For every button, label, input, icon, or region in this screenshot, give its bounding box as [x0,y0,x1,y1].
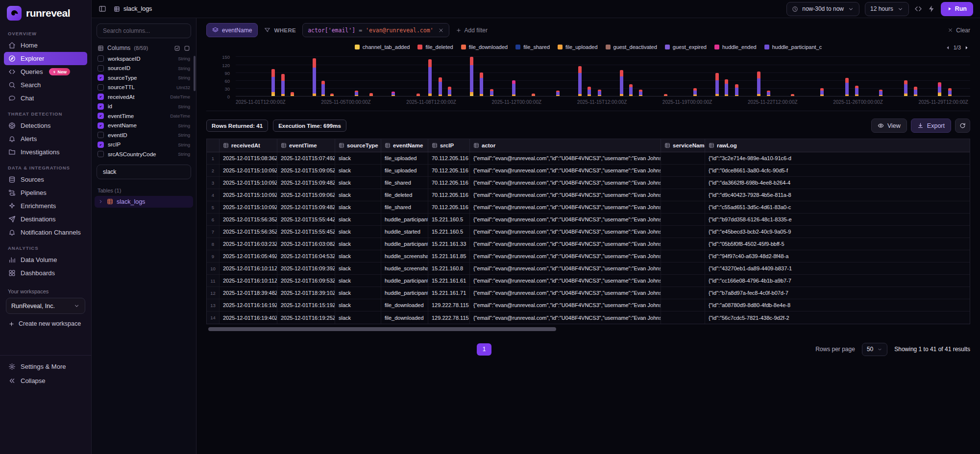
chart-bar[interactable] [879,54,882,96]
column-header-srcip[interactable]: srcIP [428,139,470,152]
column-item-sourcetype[interactable]: sourceTypeString [95,73,193,83]
chart-bar[interactable] [757,54,760,96]
legend-item-file-deleted[interactable]: file_deleted [417,44,453,50]
chart-bar[interactable] [791,54,794,96]
tables-search[interactable] [97,165,191,179]
column-header-eventtime[interactable]: eventTime [277,139,335,152]
legend-item-guest-deactivated[interactable]: guest_deactivated [606,44,657,50]
legend-item-huddle-participant-c[interactable]: huddle_participant_c [764,44,822,50]
logo[interactable]: runreveal [0,0,91,24]
chart-bar[interactable] [355,54,358,96]
time-range-dropdown[interactable]: now-30d to now [786,2,859,16]
add-filter-button[interactable]: Add filter [456,27,488,34]
sidebar-item-home[interactable]: Home [4,39,87,52]
chart-bar[interactable] [693,54,697,96]
sql-editor-icon[interactable] [914,5,922,13]
scrollbar-thumb[interactable] [208,327,556,331]
columns-search-input[interactable] [102,27,186,35]
page-1-button[interactable]: 1 [477,343,491,356]
sidebar-item-alerts[interactable]: Alerts [4,132,87,145]
column-item-srcascountrycode[interactable]: srcASCountryCodeString [95,149,193,159]
sidebar-item-chat[interactable]: Chat [4,92,87,105]
columns-search[interactable] [97,24,191,38]
chart-bar[interactable] [664,54,667,96]
workspace-selector[interactable]: RunReveal, Inc. [6,298,85,314]
column-checkbox[interactable] [98,55,104,62]
clear-button[interactable]: Clear [948,27,970,34]
chart-bar[interactable] [330,54,334,96]
column-checkbox[interactable] [98,103,104,110]
table-item-slack-logs[interactable]: slack_logs [95,196,193,208]
table-row[interactable]: 32025-12-01T15:10:09Z2025-12-01T15:09:48… [207,177,970,189]
chart-bar[interactable] [938,54,941,96]
table-row[interactable]: 72025-12-01T15:56:35Z2025-12-01T15:55:45… [207,226,970,238]
sidebar-item-sources[interactable]: Sources [4,173,87,186]
filter-expression[interactable]: actor['email'] = 'evan@runreveal.com' [302,23,449,37]
column-checkbox[interactable] [98,65,104,72]
column-checkbox[interactable] [98,113,104,119]
sidebar-item-detections[interactable]: Detections [4,119,87,132]
column-header-actor[interactable]: actor [470,139,661,152]
column-item-eventid[interactable]: eventIDString [95,130,193,140]
chart-bar[interactable] [629,54,633,96]
deselect-all-columns-icon[interactable] [184,45,190,51]
column-item-eventtime[interactable]: eventTimeDateTime [95,111,193,121]
chart-bar[interactable] [904,54,907,96]
chart-bar[interactable] [639,54,642,96]
table-row[interactable]: 52025-12-01T15:10:09Z2025-12-01T15:09:48… [207,201,970,214]
column-checkbox[interactable] [98,74,104,81]
chart-bar[interactable] [271,54,275,96]
chart-bar[interactable] [291,54,294,96]
run-button[interactable]: Run [941,2,973,16]
chart-bar[interactable] [512,54,515,96]
table-row[interactable]: 122025-12-01T18:39:48Z2025-12-01T18:39:1… [207,287,970,299]
table-row[interactable]: 132025-12-01T16:16:19Z2025-12-01T16:15:1… [207,299,970,311]
chart-bar[interactable] [281,54,285,96]
column-header-eventname[interactable]: eventName [381,139,428,152]
legend-item-channel-tab-added[interactable]: channel_tab_added [355,44,410,50]
chart-bar[interactable] [480,54,483,96]
column-checkbox[interactable] [98,151,104,157]
sidebar-item-destinations[interactable]: Destinations [4,213,87,226]
rows-per-page-select[interactable]: 50 [862,343,887,356]
chart-bar[interactable] [820,54,824,96]
chart-bar[interactable] [767,54,770,96]
column-checkbox[interactable] [98,84,104,91]
columns-scrollbar[interactable] [194,56,196,91]
interval-dropdown[interactable]: 12 hours [865,2,909,16]
column-item-sourcettl[interactable]: sourceTTLUInt32 [95,83,193,93]
chart-bar[interactable] [588,54,591,96]
chart-bar[interactable] [490,54,493,96]
column-checkbox[interactable] [98,142,104,148]
table-row[interactable]: 22025-12-01T15:10:09Z2025-12-01T15:09:05… [207,165,970,177]
chart-bar[interactable] [715,54,719,96]
chart-bar[interactable] [416,54,420,96]
table-row[interactable]: 112025-12-01T16:10:11Z2025-12-01T16:09:5… [207,275,970,287]
legend-item-huddle-ended[interactable]: huddle_ended [714,44,757,50]
column-item-srcip[interactable]: srcIPString [95,140,193,150]
table-row[interactable]: 42025-12-01T15:10:09Z2025-12-01T15:09:06… [207,189,970,201]
chart-bar[interactable] [598,54,601,96]
groupby-chip-eventname[interactable]: eventName [206,23,258,37]
table-row[interactable]: 82025-12-01T16:03:23Z2025-12-01T16:03:08… [207,238,970,250]
sidebar-item-investigations[interactable]: Investigations [4,145,87,159]
sidebar-item-dashboards[interactable]: Dashboards [4,266,87,280]
collapse-button[interactable]: Collapse [4,374,87,388]
column-item-workspaceid[interactable]: workspaceIDString [95,54,193,64]
remove-filter-icon[interactable] [438,27,444,33]
chart-bar[interactable] [855,54,858,96]
chart-bar[interactable] [725,54,728,96]
legend-item-file-uploaded[interactable]: file_uploaded [558,44,597,50]
chart-bar[interactable] [845,54,849,96]
table-row[interactable]: 92025-12-01T16:05:49Z2025-12-01T16:04:53… [207,250,970,263]
create-workspace-button[interactable]: Create new workspace [6,314,85,334]
column-item-sourceid[interactable]: sourceIDString [95,64,193,73]
panel-toggle-icon[interactable] [98,5,106,13]
table-row[interactable]: 62025-12-01T15:56:35Z2025-12-01T15:55:44… [207,214,970,226]
chart-bar[interactable] [948,54,952,96]
chart-bar[interactable] [914,54,917,96]
table-row[interactable]: 142025-12-01T16:19:40Z2025-12-01T16:19:2… [207,311,970,324]
chart-bar[interactable] [448,54,451,96]
column-checkbox[interactable] [98,132,104,138]
table-row[interactable]: 12025-12-01T15:08:36Z2025-12-01T15:07:49… [207,152,970,165]
